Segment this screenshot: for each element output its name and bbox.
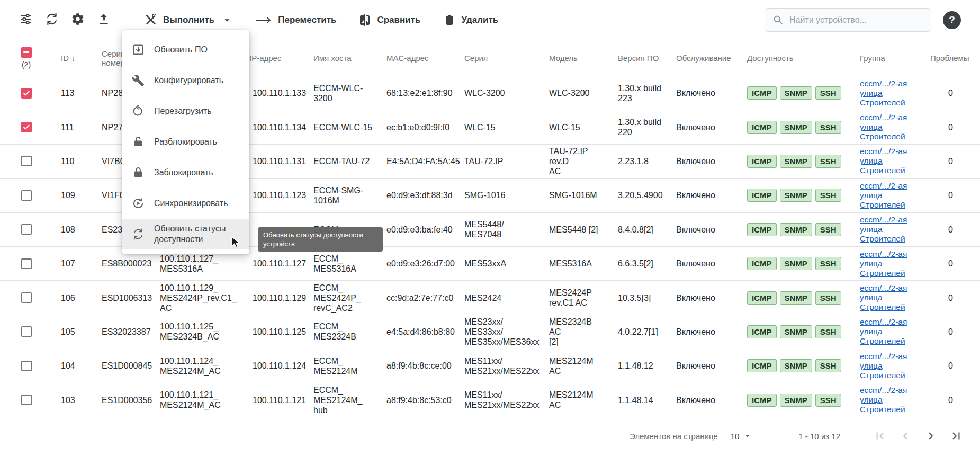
cell-maintenance: Включено <box>670 258 739 269</box>
cell-name: 100.110.1.124_MES2124M_AC <box>154 356 246 376</box>
row-checkbox[interactable] <box>21 361 32 371</box>
col-header-series[interactable]: Серия <box>458 53 543 63</box>
menu-item-unlock[interactable]: Разблокировать <box>122 127 249 157</box>
next-page-button[interactable] <box>921 426 941 446</box>
row-checkbox[interactable] <box>21 395 32 405</box>
availability-badge-icmp: ICMP <box>747 325 777 338</box>
col-header-maintenance[interactable]: Обслуживание <box>670 53 739 63</box>
menu-item-lock[interactable]: Заблокировать <box>122 157 249 188</box>
menu-item-refresh[interactable]: Обновить статусы доступности <box>122 219 249 249</box>
pagination-bar: Элементов на странице 10 1 - 10 из 12 <box>0 417 980 455</box>
upload-icon <box>97 12 111 28</box>
first-page-button[interactable] <box>870 426 890 446</box>
row-checkbox[interactable] <box>21 258 32 269</box>
settings-button[interactable] <box>66 8 90 32</box>
row-checkbox[interactable] <box>21 88 32 99</box>
availability-badge-icmp: ICMP <box>747 257 777 270</box>
filter-button[interactable] <box>14 8 38 32</box>
availability-badge-snmp: SNMP <box>780 155 812 168</box>
compare-button-label: Сравнить <box>377 15 420 25</box>
table-row[interactable]: 104 ES1D000845 100.110.1.124_MES2124M_AC… <box>0 349 980 383</box>
cell-series: MES5448/MES7048 <box>458 219 543 239</box>
cell-series: MES53xxA <box>458 258 543 269</box>
cell-fw-version: 2.23.1.8 <box>612 156 670 166</box>
move-button[interactable]: Переместить <box>255 15 336 25</box>
select-all-checkbox[interactable] <box>21 47 32 58</box>
availability-badge-icmp: ICMP <box>747 223 777 236</box>
row-checkbox[interactable] <box>21 122 32 132</box>
cell-availability: ICMPSNMPSSH <box>739 394 847 407</box>
tune-icon <box>19 12 33 28</box>
cell-select <box>0 224 50 235</box>
cell-group: eccm/.../2-аяулицаСтроителей <box>847 79 924 108</box>
move-arrow-icon <box>255 15 272 25</box>
group-link[interactable]: eccm/.../2-аяулицаСтроителей <box>860 113 918 141</box>
cell-fw-version: 1.30.x build220 <box>612 117 670 137</box>
col-header-model[interactable]: Модель <box>543 53 612 63</box>
execute-button[interactable]: Выполнить <box>145 14 233 26</box>
col-header-problems[interactable]: Проблемы <box>924 53 980 63</box>
cell-name: 100.110.1.127_MES5316A <box>154 254 246 274</box>
cell-availability: ICMPSNMPSSH <box>739 223 847 236</box>
row-checkbox[interactable] <box>21 292 32 303</box>
group-link[interactable]: eccm/.../2-аяулицаСтроителей <box>860 352 918 380</box>
cell-maintenance: Включено <box>670 327 739 337</box>
menu-item-update-fw[interactable]: Обновить ПО <box>122 34 249 65</box>
group-link[interactable]: eccm/.../2-аяулицаСтроителей <box>860 386 918 414</box>
group-link[interactable]: eccm/.../2-аяулицаСтроителей <box>860 79 918 108</box>
cell-availability: ICMPSNMPSSH <box>739 325 847 338</box>
help-button[interactable]: ? <box>943 11 961 29</box>
group-link[interactable]: eccm/.../2-аяулицаСтроителей <box>860 249 918 278</box>
cell-problems: 0 <box>924 190 980 200</box>
table-row[interactable]: 103 ES1D000356 100.110.1.121_MES2124M_AC… <box>0 383 980 417</box>
col-header-id[interactable]: ID ↓ <box>50 53 95 63</box>
move-button-label: Переместить <box>278 15 336 25</box>
col-header-mac[interactable]: MAC-адрес <box>380 53 458 63</box>
row-checkbox[interactable] <box>21 326 32 337</box>
cell-mac: a8:f9:4b:8c:53:c0 <box>380 395 458 405</box>
cell-mac: E4:5A:D4:FA:5A:45 <box>380 156 458 166</box>
col-header-group[interactable]: Группа <box>847 53 924 63</box>
row-checkbox[interactable] <box>21 190 32 201</box>
delete-button[interactable]: Удалить <box>443 14 499 26</box>
menu-item-configure[interactable]: Конфигурировать <box>122 65 249 96</box>
col-header-hostname[interactable]: Имя хоста <box>307 53 380 63</box>
row-checkbox[interactable] <box>21 224 32 235</box>
cell-availability: ICMPSNMPSSH <box>739 86 847 100</box>
search-input[interactable] <box>789 15 923 25</box>
group-link[interactable]: eccm/.../2-аяулицаСтроителей <box>860 215 918 244</box>
cell-group: eccm/.../2-аяулицаСтроителей <box>847 181 924 210</box>
group-link[interactable]: eccm/.../2-аяулицаСтроителей <box>860 147 918 175</box>
table-row[interactable]: 105 ES32023387 100.110.1.125_MES2324B_AC… <box>0 315 980 349</box>
last-page-button[interactable] <box>946 426 966 446</box>
menu-item-reboot[interactable]: Перезагрузить <box>122 96 249 127</box>
col-header-ip[interactable]: IP-адрес <box>246 53 307 63</box>
menu-item-label: Перезагрузить <box>154 106 212 117</box>
row-checkbox[interactable] <box>21 156 32 166</box>
tools-icon <box>145 14 157 26</box>
group-link[interactable]: eccm/.../2-аяулицаСтроителей <box>860 317 918 346</box>
cell-fw-version: 8.4.0.8[2] <box>612 225 670 235</box>
cell-ip: 100.110.1.124 <box>246 361 307 371</box>
availability-badge-snmp: SNMP <box>780 291 812 305</box>
group-link[interactable]: eccm/.../2-аяулицаСтроителей <box>860 283 918 312</box>
page-size-select[interactable]: 10 <box>727 429 754 443</box>
col-header-fw-version[interactable]: Версия ПО <box>612 53 670 63</box>
upload-button[interactable] <box>92 8 116 32</box>
cell-serial: ES32023387 <box>95 327 154 337</box>
refresh-button[interactable] <box>40 8 64 32</box>
cell-serial: ES1D000356 <box>95 395 154 405</box>
search-box <box>765 8 931 32</box>
table-row[interactable]: 106 ESD1006313 100.110.1.129_MES2424P_re… <box>0 281 980 315</box>
cell-name: 100.110.1.121_MES2124M_AC <box>154 390 246 410</box>
compare-button[interactable]: Сравнить <box>358 14 420 26</box>
cell-select <box>0 88 50 99</box>
col-header-availability[interactable]: Доступность <box>739 53 847 63</box>
cell-ip: 100.110.1.123 <box>246 190 307 200</box>
previous-page-button[interactable] <box>895 426 915 446</box>
group-link[interactable]: eccm/.../2-аяулицаСтроителей <box>860 181 918 210</box>
menu-item-sync[interactable]: Синхронизировать <box>122 188 249 219</box>
cell-maintenance: Включено <box>670 293 739 303</box>
cell-group: eccm/.../2-аяулицаСтроителей <box>847 283 924 312</box>
chevron-down-icon <box>221 14 233 26</box>
